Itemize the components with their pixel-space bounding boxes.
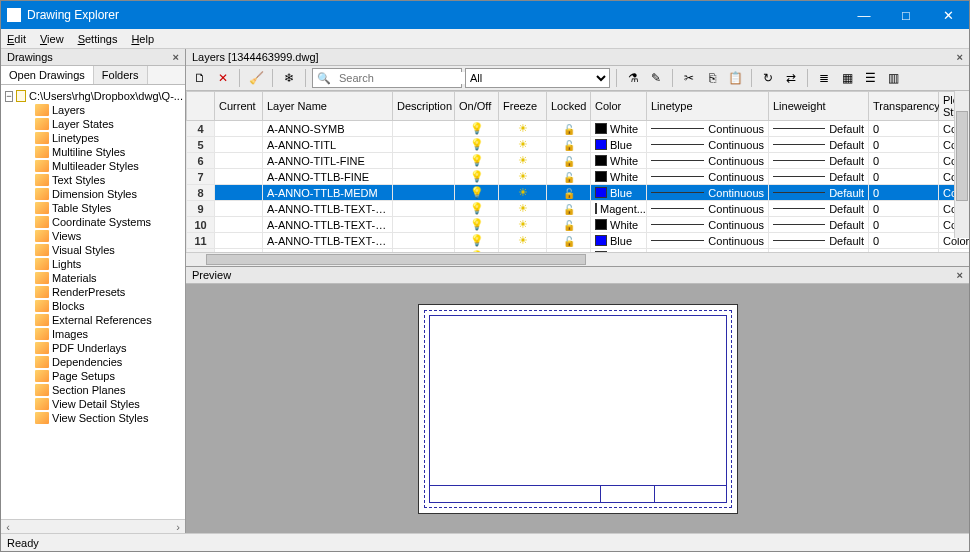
cell-layer-name[interactable]: A-ANNO-TTLB-FINE [263, 169, 393, 185]
tree-node-page-setups[interactable]: Page Setups [3, 369, 183, 383]
cell-freeze[interactable]: ☀ [499, 201, 547, 217]
tree-hscrollbar[interactable] [1, 519, 185, 533]
cell-current[interactable] [215, 233, 263, 249]
cell-color[interactable]: Blue [591, 233, 647, 249]
cell-current[interactable] [215, 217, 263, 233]
cell-freeze[interactable]: ☀ [499, 217, 547, 233]
cell-linetype[interactable]: Continuous [647, 169, 769, 185]
view-details-button[interactable]: ☰ [860, 68, 880, 88]
cell-description[interactable] [393, 233, 455, 249]
tree-node-visual-styles[interactable]: Visual Styles [3, 243, 183, 257]
col-on-off[interactable]: On/Off [455, 92, 499, 121]
cell-description[interactable] [393, 201, 455, 217]
grid-vscrollbar[interactable] [954, 91, 969, 238]
edit-button[interactable]: ✎ [646, 68, 666, 88]
cell-locked[interactable]: 🔓 [547, 137, 591, 153]
menu-edit[interactable]: Edit [7, 33, 26, 45]
cell-description[interactable] [393, 169, 455, 185]
tab-folders[interactable]: Folders [94, 66, 148, 84]
tree-node-views[interactable]: Views [3, 229, 183, 243]
drawings-tree[interactable]: −C:\Users\rhg\Dropbox\dwg\Q-...LayersLay… [1, 85, 185, 519]
cell-freeze[interactable]: ☀ [499, 153, 547, 169]
cut-button[interactable]: ✂ [679, 68, 699, 88]
cell-transparency[interactable]: 0 [869, 233, 939, 249]
cell-lineweight[interactable]: Default [769, 201, 869, 217]
cell-onoff[interactable]: 💡 [455, 137, 499, 153]
tree-node-external-references[interactable]: External References [3, 313, 183, 327]
cell-color[interactable]: Magent... [591, 201, 647, 217]
col-locked[interactable]: Locked [547, 92, 591, 121]
tree-node-pdf-underlays[interactable]: PDF Underlays [3, 341, 183, 355]
cell-onoff[interactable]: 💡 [455, 233, 499, 249]
cell-current[interactable] [215, 201, 263, 217]
cell-lineweight[interactable]: Default [769, 169, 869, 185]
cell-locked[interactable]: 🔓 [547, 169, 591, 185]
paste-button[interactable]: 📋 [725, 68, 745, 88]
cell-current[interactable] [215, 169, 263, 185]
layer-row[interactable]: 4A-ANNO-SYMB💡☀🔓WhiteContinuousDefault0Co… [187, 121, 970, 137]
menu-settings[interactable]: Settings [78, 33, 118, 45]
col-freeze[interactable]: Freeze [499, 92, 547, 121]
cell-layer-name[interactable]: A-ANNO-TTLB-MEDM [263, 185, 393, 201]
cell-lineweight[interactable]: Default [769, 217, 869, 233]
layer-row[interactable]: 8A-ANNO-TTLB-MEDM💡☀🔓BlueContinuousDefaul… [187, 185, 970, 201]
cell-onoff[interactable]: 💡 [455, 121, 499, 137]
cell-freeze[interactable]: ☀ [499, 137, 547, 153]
cell-layer-name[interactable]: A-ANNO-TTLB-TEXT-BOLD [263, 201, 393, 217]
cell-transparency[interactable]: 0 [869, 153, 939, 169]
purge-button[interactable]: 🧹 [246, 68, 266, 88]
grid-hscrollbar[interactable] [186, 252, 969, 266]
tree-node-layers[interactable]: Layers [3, 103, 183, 117]
col-rownum[interactable] [187, 92, 215, 121]
cell-linetype[interactable]: Continuous [647, 121, 769, 137]
cell-freeze[interactable]: ☀ [499, 233, 547, 249]
tree-node-linetypes[interactable]: Linetypes [3, 131, 183, 145]
cell-color[interactable]: White [591, 217, 647, 233]
tree-node-blocks[interactable]: Blocks [3, 299, 183, 313]
search-input[interactable] [335, 72, 481, 84]
cell-lineweight[interactable]: Default [769, 153, 869, 169]
cell-onoff[interactable]: 💡 [455, 169, 499, 185]
filter-button[interactable]: ⚗ [623, 68, 643, 88]
view-list-button[interactable]: ≣ [814, 68, 834, 88]
cell-lineweight[interactable]: Default [769, 121, 869, 137]
collapse-icon[interactable]: − [5, 91, 13, 102]
cell-layer-name[interactable]: A-ANNO-TITL-FINE [263, 153, 393, 169]
cell-freeze[interactable]: ☀ [499, 169, 547, 185]
layers-grid[interactable]: CurrentLayer NameDescriptionOn/OffFreeze… [186, 91, 969, 252]
tree-node-section-planes[interactable]: Section Planes [3, 383, 183, 397]
tree-node-dimension-styles[interactable]: Dimension Styles [3, 187, 183, 201]
cell-current[interactable] [215, 137, 263, 153]
cell-transparency[interactable]: 0 [869, 185, 939, 201]
cell-locked[interactable]: 🔓 [547, 121, 591, 137]
layer-row[interactable]: 11A-ANNO-TTLB-TEXT-MEDM💡☀🔓BlueContinuous… [187, 233, 970, 249]
col-transparency[interactable]: Transparency [869, 92, 939, 121]
col-color[interactable]: Color [591, 92, 647, 121]
cell-transparency[interactable]: 0 [869, 121, 939, 137]
col-layer-name[interactable]: Layer Name [263, 92, 393, 121]
cell-description[interactable] [393, 185, 455, 201]
cell-linetype[interactable]: Continuous [647, 233, 769, 249]
tree-root-file[interactable]: −C:\Users\rhg\Dropbox\dwg\Q-... [3, 89, 183, 103]
cell-linetype[interactable]: Continuous [647, 137, 769, 153]
col-current[interactable]: Current [215, 92, 263, 121]
cell-linetype[interactable]: Continuous [647, 201, 769, 217]
tree-node-lights[interactable]: Lights [3, 257, 183, 271]
tree-node-layer-states[interactable]: Layer States [3, 117, 183, 131]
minimize-button[interactable]: — [843, 1, 885, 29]
cell-transparency[interactable]: 0 [869, 217, 939, 233]
cell-onoff[interactable]: 💡 [455, 153, 499, 169]
cell-description[interactable] [393, 217, 455, 233]
tree-node-multileader-styles[interactable]: Multileader Styles [3, 159, 183, 173]
cell-transparency[interactable]: 0 [869, 137, 939, 153]
layer-filter-select[interactable]: All [465, 68, 610, 88]
cell-freeze[interactable]: ☀ [499, 185, 547, 201]
cell-lineweight[interactable]: Default [769, 185, 869, 201]
layer-row[interactable]: 10A-ANNO-TTLB-TEXT-FINE💡☀🔓WhiteContinuou… [187, 217, 970, 233]
delete-layer-button[interactable]: ✕ [213, 68, 233, 88]
tree-node-materials[interactable]: Materials [3, 271, 183, 285]
tree-node-view-section-styles[interactable]: View Section Styles [3, 411, 183, 425]
layer-row[interactable]: 5A-ANNO-TITL💡☀🔓BlueContinuousDefault0Col… [187, 137, 970, 153]
cell-linetype[interactable]: Continuous [647, 217, 769, 233]
menu-help[interactable]: Help [131, 33, 154, 45]
